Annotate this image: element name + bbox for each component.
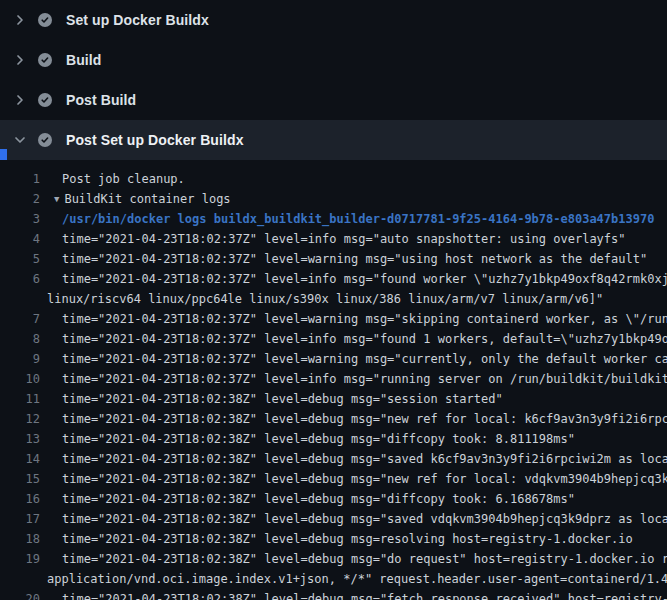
log-row: 3/usr/bin/docker logs buildx_buildkit_bu…: [0, 209, 667, 229]
log-line-number[interactable]: 16: [0, 489, 40, 509]
log-row: 13time="2021-04-23T18:02:38Z" level=debu…: [0, 429, 667, 449]
log-row: 9time="2021-04-23T18:02:37Z" level=warni…: [0, 349, 667, 369]
log-row: application/vnd.oci.image.index.v1+json,…: [0, 569, 667, 589]
log-row: 6time="2021-04-23T18:02:37Z" level=info …: [0, 269, 667, 289]
log-line-text: time="2021-04-23T18:02:38Z" level=debug …: [40, 529, 633, 549]
step-label: Build: [66, 52, 102, 68]
log-line-number[interactable]: 7: [0, 309, 40, 329]
log-line-text: time="2021-04-23T18:02:38Z" level=debug …: [40, 389, 503, 409]
log-line-text: Post job cleanup.: [40, 169, 185, 189]
log-group-title: BuildKit container logs: [64, 189, 230, 209]
log-row: linux/riscv64 linux/ppc64le linux/s390x …: [0, 289, 667, 309]
log-row: 11time="2021-04-23T18:02:38Z" level=debu…: [0, 389, 667, 409]
log-line-text: time="2021-04-23T18:02:38Z" level=debug …: [40, 589, 667, 600]
log-row: 18time="2021-04-23T18:02:38Z" level=debu…: [0, 529, 667, 549]
log-line-text: time="2021-04-23T18:02:37Z" level=warnin…: [40, 349, 667, 369]
log-row: 17time="2021-04-23T18:02:38Z" level=debu…: [0, 509, 667, 529]
step-label: Post Build: [66, 92, 136, 108]
log-line-number[interactable]: 2: [0, 189, 40, 209]
log-area[interactable]: 1Post job cleanup.2▼BuildKit container l…: [0, 160, 667, 600]
log-row: 8time="2021-04-23T18:02:37Z" level=info …: [0, 329, 667, 349]
log-row: 2▼BuildKit container logs: [0, 189, 667, 209]
step-label: Post Set up Docker Buildx: [66, 132, 244, 148]
chevron-down-icon: [12, 132, 28, 148]
log-row: 20time="2021-04-23T18:02:38Z" level=debu…: [0, 589, 667, 600]
log-command-text: /usr/bin/docker logs buildx_buildkit_bui…: [40, 209, 654, 229]
log-line-text-wrap: linux/riscv64 linux/ppc64le linux/s390x …: [0, 289, 603, 309]
log-row: 16time="2021-04-23T18:02:38Z" level=debu…: [0, 489, 667, 509]
step-row-build[interactable]: Build: [0, 40, 667, 80]
log-row: 10time="2021-04-23T18:02:37Z" level=info…: [0, 369, 667, 389]
step-row-post-build[interactable]: Post Build: [0, 80, 667, 120]
log-line-number[interactable]: 4: [0, 229, 40, 249]
check-circle-icon: [37, 132, 53, 148]
log-line-text: time="2021-04-23T18:02:38Z" level=debug …: [40, 409, 667, 429]
check-circle-icon: [37, 12, 53, 28]
log-row: 5time="2021-04-23T18:02:37Z" level=warni…: [0, 249, 667, 269]
log-line-number[interactable]: 11: [0, 389, 40, 409]
focus-edge-fragment: [0, 149, 7, 160]
log-line-number[interactable]: 10: [0, 369, 40, 389]
step-row-post-set-up-docker-buildx[interactable]: Post Set up Docker Buildx: [0, 120, 667, 160]
log-line-number[interactable]: 12: [0, 409, 40, 429]
log-line-text: time="2021-04-23T18:02:37Z" level=info m…: [40, 229, 626, 249]
log-line-number[interactable]: 9: [0, 349, 40, 369]
log-line-number[interactable]: 13: [0, 429, 40, 449]
log-line-text: time="2021-04-23T18:02:37Z" level=info m…: [40, 329, 667, 349]
log-row: 7time="2021-04-23T18:02:37Z" level=warni…: [0, 309, 667, 329]
log-row: 15time="2021-04-23T18:02:38Z" level=debu…: [0, 469, 667, 489]
log-line-number[interactable]: 5: [0, 249, 40, 269]
step-list: Set up Docker Buildx Build Post Build: [0, 0, 667, 160]
log-line-text: time="2021-04-23T18:02:37Z" level=info m…: [40, 369, 667, 389]
log-line-text: time="2021-04-23T18:02:37Z" level=info m…: [40, 269, 667, 289]
log-row: 19time="2021-04-23T18:02:38Z" level=debu…: [0, 549, 667, 569]
step-row-set-up-docker-buildx[interactable]: Set up Docker Buildx: [0, 0, 667, 40]
step-label: Set up Docker Buildx: [66, 12, 209, 28]
log-line-text: time="2021-04-23T18:02:38Z" level=debug …: [40, 429, 575, 449]
log-row: 12time="2021-04-23T18:02:38Z" level=debu…: [0, 409, 667, 429]
check-circle-icon: [37, 52, 53, 68]
log-line-text: time="2021-04-23T18:02:38Z" level=debug …: [40, 549, 667, 569]
log-viewer: Set up Docker Buildx Build Post Build: [0, 0, 667, 600]
log-line-text: time="2021-04-23T18:02:38Z" level=debug …: [40, 489, 575, 509]
chevron-right-icon: [12, 92, 28, 108]
log-line-number[interactable]: 15: [0, 469, 40, 489]
log-row: 1Post job cleanup.: [0, 169, 667, 189]
log-line-text: time="2021-04-23T18:02:37Z" level=warnin…: [40, 309, 667, 329]
log-line-text: time="2021-04-23T18:02:38Z" level=debug …: [40, 449, 667, 469]
log-line-text: time="2021-04-23T18:02:37Z" level=warnin…: [40, 249, 647, 269]
log-line-number[interactable]: 14: [0, 449, 40, 469]
log-line-number[interactable]: 3: [0, 209, 40, 229]
chevron-right-icon: [12, 12, 28, 28]
chevron-right-icon: [12, 52, 28, 68]
log-line-number[interactable]: 8: [0, 329, 40, 349]
log-line-text-wrap: application/vnd.oci.image.index.v1+json,…: [0, 569, 667, 589]
log-line-number[interactable]: 19: [0, 549, 40, 569]
log-row: 14time="2021-04-23T18:02:38Z" level=debu…: [0, 449, 667, 469]
log-line-number[interactable]: 6: [0, 269, 40, 289]
log-line-text: time="2021-04-23T18:02:38Z" level=debug …: [40, 469, 667, 489]
check-circle-icon: [37, 92, 53, 108]
log-line-number[interactable]: 1: [0, 169, 40, 189]
log-line-number[interactable]: 18: [0, 529, 40, 549]
triangle-down-icon: ▼: [54, 189, 59, 209]
log-line-number[interactable]: 20: [0, 589, 40, 600]
log-group-toggle[interactable]: ▼BuildKit container logs: [40, 189, 231, 209]
log-line-number[interactable]: 17: [0, 509, 40, 529]
log-line-text: time="2021-04-23T18:02:38Z" level=debug …: [40, 509, 667, 529]
log-row: 4time="2021-04-23T18:02:37Z" level=info …: [0, 229, 667, 249]
